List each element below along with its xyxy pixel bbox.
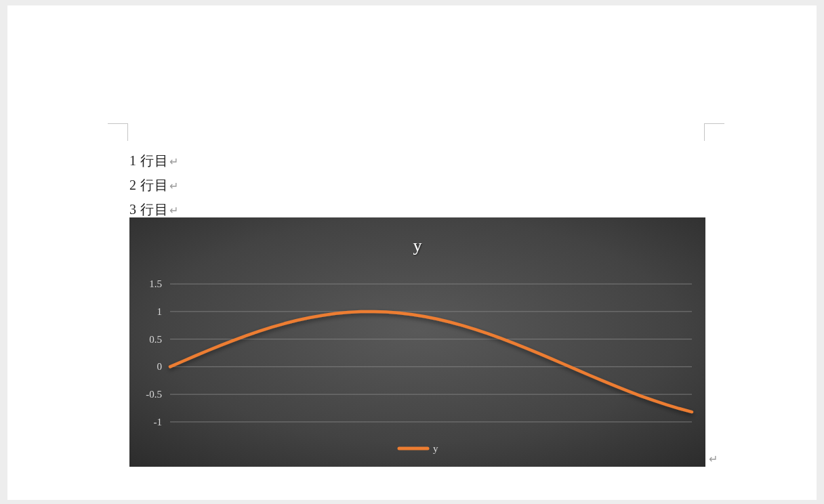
chart-y-tick-label: -1 <box>154 417 163 427</box>
text-line-1-content: 1 行目 <box>129 153 168 168</box>
document-body[interactable]: 1 行目↵ 2 行目↵ 3 行目↵ <box>129 149 707 222</box>
chart-y-tick-label: -0.5 <box>146 389 162 400</box>
pilcrow-icon: ↵ <box>169 180 179 192</box>
pilcrow-icon: ↵ <box>169 156 179 167</box>
pilcrow-icon: ↵ <box>709 453 718 465</box>
app-viewport: 1 行目↵ 2 行目↵ 3 行目↵ <box>0 0 824 504</box>
margin-mark-top-left <box>108 123 128 141</box>
chart-y-tick-label: 0 <box>157 361 163 372</box>
text-line-1[interactable]: 1 行目↵ <box>129 149 707 173</box>
chart-y-tick-label: 1.5 <box>149 278 162 289</box>
text-line-2-content: 2 行目 <box>129 177 168 192</box>
pilcrow-icon: ↵ <box>169 205 179 216</box>
legend-label: y <box>433 443 438 454</box>
text-line-3-content: 3 行目 <box>129 202 168 217</box>
text-line-2[interactable]: 2 行目↵ <box>129 173 707 198</box>
chart-object[interactable]: y -1-0.500.511.5 y <box>129 217 705 467</box>
chart-title: y <box>413 236 422 255</box>
document-page[interactable]: 1 行目↵ 2 行目↵ 3 行目↵ <box>7 5 817 500</box>
margin-mark-top-right <box>704 123 724 141</box>
chart-svg: y -1-0.500.511.5 y <box>129 217 705 467</box>
chart-y-tick-label: 1 <box>157 306 163 317</box>
chart-y-tick-label: 0.5 <box>149 334 162 345</box>
